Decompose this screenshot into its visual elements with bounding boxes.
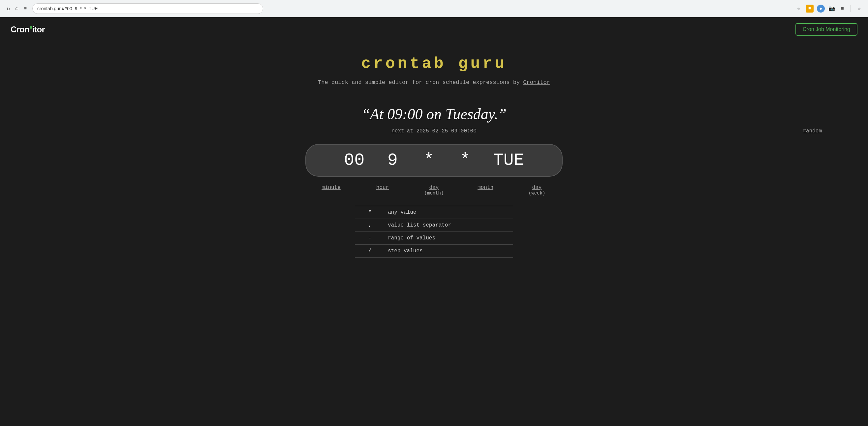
reference-description: any value [381, 206, 513, 219]
browser-nav-icons: ↻ ⌂ ⊞ [5, 6, 28, 11]
cron-hour-field[interactable]: 9 [384, 150, 401, 170]
cron-day-week-field[interactable]: TUE [493, 150, 524, 170]
minute-label[interactable]: minute [321, 184, 341, 191]
reference-symbol: * [355, 206, 381, 219]
cron-minute-field[interactable]: 00 [344, 150, 364, 170]
field-label-minute: minute [305, 184, 357, 196]
reference-description: step values [381, 245, 513, 258]
reference-symbol: - [355, 232, 381, 245]
logo: Cronitor [10, 24, 45, 35]
reference-symbol: / [355, 245, 381, 258]
day-week-sub: (week) [529, 191, 545, 196]
hour-label[interactable]: hour [376, 184, 389, 191]
cronitor-link[interactable]: Cronitor [523, 79, 550, 86]
reload-icon[interactable]: ↻ [5, 6, 11, 11]
day-month-sub: (month) [425, 191, 444, 196]
bookmark-icon[interactable]: ☆ [795, 5, 802, 12]
field-label-month: month [460, 184, 511, 196]
address-bar[interactable]: crontab.guru/#00_9_*_*_TUE [32, 3, 263, 14]
main-content: crontab guru The quick and simple editor… [0, 41, 868, 271]
star-icon[interactable]: ☆ [856, 5, 863, 12]
cron-input-container[interactable]: 00 9 * * TUE [305, 144, 563, 177]
subtitle: The quick and simple editor for cron sch… [318, 79, 550, 86]
next-datetime: at 2025-02-25 09:00:00 [407, 128, 476, 134]
divider [850, 5, 851, 12]
browser-chrome: ↻ ⌂ ⊞ crontab.guru/#00_9_*_*_TUE ☆ ■ ◆ 📷… [0, 0, 868, 17]
logo-dot [30, 26, 32, 29]
schedule-description: “At 09:00 on Tuesday.” [362, 105, 506, 123]
cron-day-month-field[interactable]: * [421, 150, 437, 170]
reference-table: * any value , value list separator - ran… [355, 206, 513, 258]
field-label-day-month: day (month) [408, 184, 460, 196]
reference-row: , value list separator [355, 219, 513, 232]
field-label-day-week: day (week) [511, 184, 563, 196]
next-link[interactable]: next [392, 128, 404, 134]
browser-right-icons: ☆ ■ ◆ 📷 ■ ☆ [795, 5, 863, 12]
extension-icon-1[interactable]: ■ [806, 5, 814, 12]
reference-row: * any value [355, 206, 513, 219]
subtitle-text: The quick and simple editor for cron sch… [318, 79, 520, 86]
page-title: crontab guru [361, 55, 507, 73]
field-labels: minute hour day (month) month day (week) [305, 184, 563, 196]
reference-row: / step values [355, 245, 513, 258]
reference-description: value list separator [381, 219, 513, 232]
cron-month-field[interactable]: * [457, 150, 473, 170]
home-icon[interactable]: ⌂ [14, 6, 20, 11]
reference-row: - range of values [355, 232, 513, 245]
app: Cronitor Cron Job Monitoring crontab gur… [0, 17, 868, 426]
field-label-hour: hour [357, 184, 408, 196]
tabs-icon[interactable]: ⊞ [23, 6, 28, 11]
extension-icon-2[interactable]: ◆ [817, 5, 825, 12]
camera-icon[interactable]: 📷 [828, 5, 835, 12]
navbar: Cronitor Cron Job Monitoring [0, 17, 868, 41]
next-run-line: next at 2025-02-25 09:00:00 random [7, 128, 861, 134]
month-label[interactable]: month [477, 184, 493, 191]
random-link[interactable]: random [803, 128, 822, 134]
reference-description: range of values [381, 232, 513, 245]
url-text: crontab.guru/#00_9_*_*_TUE [37, 6, 98, 11]
extensions-icon[interactable]: ■ [839, 5, 846, 12]
day-week-label[interactable]: day [532, 184, 542, 191]
reference-symbol: , [355, 219, 381, 232]
logo-text: Cronitor [10, 24, 45, 35]
day-month-label[interactable]: day [429, 184, 439, 191]
cron-job-monitoring-button[interactable]: Cron Job Monitoring [796, 23, 858, 36]
